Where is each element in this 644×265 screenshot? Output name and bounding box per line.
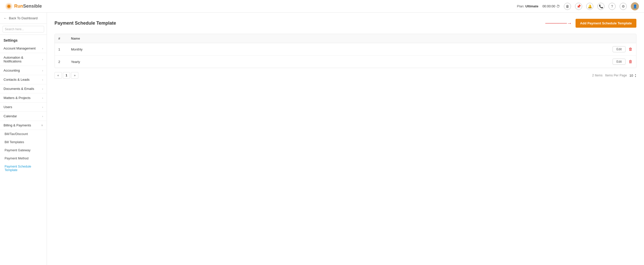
sidebar-item-matters-projects[interactable]: Matters & Projects ›	[0, 93, 47, 103]
per-page-value: 10	[630, 74, 633, 77]
col-actions	[606, 34, 636, 43]
search-box	[0, 24, 47, 35]
per-page-stepper[interactable]: ▲ ▼	[635, 74, 636, 77]
schedule-templates-table: # Name 1 Monthly Edit 🗑 2 Yearly	[55, 34, 636, 68]
cell-name: Monthly	[67, 43, 606, 56]
row-actions: Edit 🗑	[609, 46, 633, 52]
prev-page-button[interactable]: «	[55, 72, 62, 79]
cell-number: 1	[55, 43, 67, 56]
sidebar: ← Back To Dashboard Settings Account Man…	[0, 13, 47, 265]
main-content: Payment Schedule Template ──────→ Add Pa…	[47, 13, 644, 265]
chevron-right-icon: ›	[42, 115, 43, 118]
logo-text: RunSensible	[14, 4, 42, 9]
table-wrapper: # Name 1 Monthly Edit 🗑 2 Yearly	[55, 34, 636, 68]
pagination-info: 2 Items Items Per Page 10 ▲ ▼	[592, 74, 636, 77]
arrow-indicator: ──────→	[545, 20, 572, 26]
svg-point-2	[7, 5, 10, 8]
timer-icon[interactable]: ⏱	[556, 4, 560, 8]
col-name: Name	[67, 34, 606, 43]
logo: RunSensible	[5, 3, 42, 10]
table-header-row: # Name	[55, 34, 636, 43]
sidebar-item-users[interactable]: Users ›	[0, 103, 47, 112]
stepper-down-icon[interactable]: ▼	[635, 76, 636, 77]
cell-number: 2	[55, 56, 67, 68]
stepper-up-icon[interactable]: ▲	[635, 74, 636, 75]
sidebar-item-calendar[interactable]: Calendar ›	[0, 112, 47, 121]
chevron-right-icon: ›	[42, 58, 43, 61]
layout: ← Back To Dashboard Settings Account Man…	[0, 13, 644, 265]
pin-icon[interactable]: 📌	[575, 3, 582, 10]
sidebar-item-automation-notifications[interactable]: Automation & Notifications ›	[0, 53, 47, 66]
back-arrow-icon: ←	[4, 16, 7, 20]
search-input[interactable]	[3, 26, 44, 32]
trash-icon[interactable]: 🗑	[564, 3, 571, 10]
sidebar-item-account-management[interactable]: Account Management ›	[0, 44, 47, 53]
top-nav: RunSensible Plan: Ultimate 00:00:00 ⏱ 🗑 …	[0, 0, 644, 13]
back-to-dashboard[interactable]: ← Back To Dashboard	[0, 13, 47, 24]
settings-heading: Settings	[0, 35, 47, 44]
cell-actions: Edit 🗑	[606, 43, 636, 56]
chevron-right-icon: ›	[42, 106, 43, 109]
cell-name: Yearly	[67, 56, 606, 68]
delete-button[interactable]: 🗑	[629, 47, 633, 52]
add-btn-wrapper: ──────→ Add Payment Schedule Template	[545, 19, 636, 28]
items-count: 2 Items	[592, 74, 602, 77]
chevron-right-icon: ›	[42, 96, 43, 100]
items-per-page-label: Items Per Page	[605, 74, 627, 77]
chevron-right-icon: ›	[42, 87, 43, 90]
add-payment-schedule-template-button[interactable]: Add Payment Schedule Template	[576, 19, 636, 28]
page-header: Payment Schedule Template ──────→ Add Pa…	[55, 19, 636, 28]
table-row: 1 Monthly Edit 🗑	[55, 43, 636, 56]
chevron-right-icon: ›	[42, 47, 43, 50]
sidebar-sub-payment-gateway[interactable]: Payment Gateway	[0, 146, 47, 154]
bell-icon[interactable]: 🔔	[586, 3, 593, 10]
sidebar-item-accounting[interactable]: Accounting ›	[0, 66, 47, 75]
page-1-button[interactable]: 1	[63, 72, 70, 79]
cell-actions: Edit 🗑	[606, 56, 636, 68]
avatar[interactable]: 👤	[631, 2, 639, 10]
per-page-select[interactable]: 10 ▲ ▼	[630, 74, 636, 77]
chevron-down-icon: ∨	[41, 124, 43, 127]
sidebar-item-billing-payments[interactable]: Billing & Payments ∨	[0, 121, 47, 130]
plan-label: Plan: Ultimate	[517, 4, 539, 8]
sidebar-sub-payment-schedule-template[interactable]: Payment Schedule Template	[0, 162, 47, 174]
pagination-wrapper: « 1 » 2 Items Items Per Page 10 ▲ ▼	[55, 72, 636, 79]
sidebar-sub-payment-method[interactable]: Payment Method	[0, 154, 47, 162]
col-number: #	[55, 34, 67, 43]
help-icon[interactable]: ?	[609, 3, 616, 10]
settings-icon[interactable]: ⚙	[620, 3, 627, 10]
chevron-right-icon: ›	[42, 78, 43, 81]
sidebar-sub-bill-tax-discount[interactable]: Bill/Tax/Discount	[0, 130, 47, 138]
sidebar-sub-bill-templates[interactable]: Bill Templates	[0, 138, 47, 146]
delete-button[interactable]: 🗑	[629, 59, 633, 64]
sidebar-item-documents-emails[interactable]: Documents & Emails ›	[0, 84, 47, 93]
sidebar-item-contacts-leads[interactable]: Contacts & Leads ›	[0, 75, 47, 84]
timer-display: 00:00:00 ⏱	[542, 4, 560, 8]
chevron-right-icon: ›	[42, 69, 43, 72]
table-row: 2 Yearly Edit 🗑	[55, 56, 636, 68]
edit-button[interactable]: Edit	[613, 59, 625, 65]
pagination: « 1 »	[55, 72, 78, 79]
row-actions: Edit 🗑	[609, 59, 633, 65]
edit-button[interactable]: Edit	[613, 46, 625, 52]
logo-icon	[5, 3, 13, 10]
phone-icon[interactable]: 📞	[597, 3, 604, 10]
page-title: Payment Schedule Template	[55, 21, 116, 26]
top-nav-right: Plan: Ultimate 00:00:00 ⏱ 🗑 📌 🔔 📞 ? ⚙ 👤	[517, 2, 639, 10]
next-page-button[interactable]: »	[71, 72, 78, 79]
